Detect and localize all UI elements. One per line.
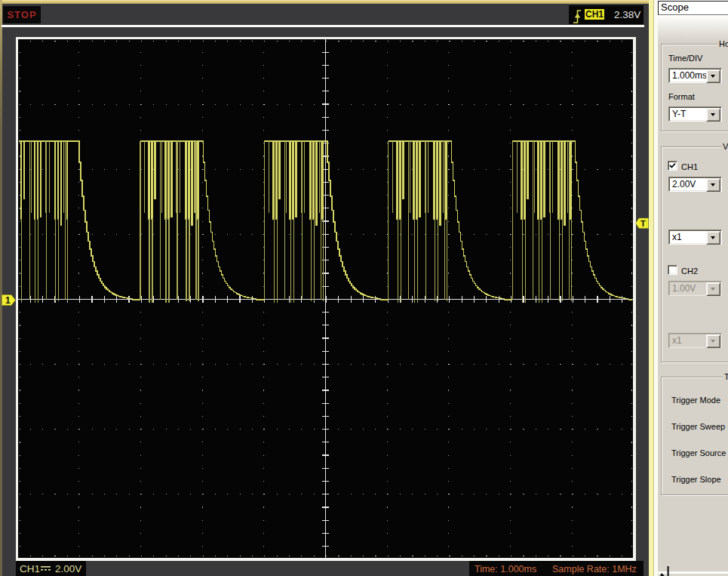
svg-text:1: 1: [5, 295, 11, 306]
svg-text:T: T: [640, 219, 646, 228]
